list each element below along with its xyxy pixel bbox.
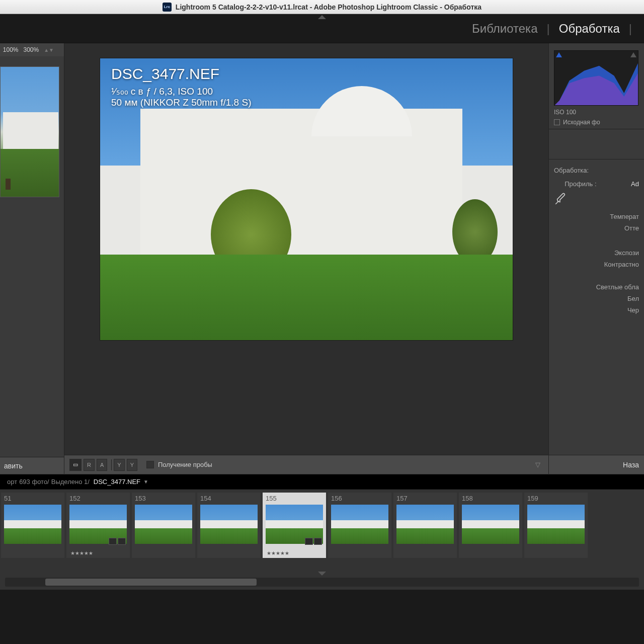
thumb-number: 158: [462, 495, 473, 502]
zoom-bar: 100% 300% ▲▼: [0, 43, 64, 56]
zoom-300[interactable]: 300%: [24, 46, 39, 53]
module-develop[interactable]: Обработка: [559, 22, 620, 36]
before-after-y1-button[interactable]: Y: [114, 459, 124, 471]
white-balance-eyedropper[interactable]: [554, 193, 639, 208]
thumb-154[interactable]: 154: [197, 493, 261, 558]
thumb-156[interactable]: 156: [328, 493, 391, 558]
histogram-iso-label: ISO 100: [554, 109, 639, 116]
overlay-exposure: ¹⁄₅₀₀ с в ƒ / 6,3, ISO 100: [111, 86, 251, 97]
left-bottom-button[interactable]: авить: [0, 457, 64, 474]
overlay-filename: DSC_3477.NEF: [111, 65, 251, 83]
module-library[interactable]: Библиотека: [472, 22, 538, 36]
thumb-number: 157: [396, 495, 408, 502]
collapse-top-icon[interactable]: [318, 15, 326, 19]
thumb-159[interactable]: 159: [524, 493, 588, 558]
fs-dropdown-icon[interactable]: ▼: [143, 479, 148, 485]
contrast-label: Контрастно: [554, 261, 639, 268]
left-panel: 100% 300% ▲▼ авить: [0, 43, 64, 474]
thumb-number: 153: [135, 495, 146, 502]
before-after-r-button[interactable]: R: [84, 459, 95, 471]
toolbar-divider: [111, 459, 112, 470]
thumb-51[interactable]: 51: [1, 493, 64, 558]
thumb-number: 152: [69, 495, 80, 502]
filmstrip-scrollbar[interactable]: [5, 578, 639, 587]
overlay-lens: 50 мм (NIKKOR Z 50mm f/1.8 S): [111, 97, 251, 108]
thumb-number: 51: [4, 495, 11, 502]
whites-label: Бел: [554, 295, 639, 302]
crop-badge-icon: [305, 538, 313, 545]
photo-info-overlay: DSC_3477.NEF ¹⁄₅₀₀ с в ƒ / 6,3, ISO 100 …: [111, 65, 251, 108]
module-picker: Библиотека | Обработка |: [0, 14, 644, 43]
thumb-153[interactable]: 153: [132, 493, 195, 558]
filmstrip-info-bar: орт 693 фото/ Выделено 1/ DSC_3477.NEF ▼: [0, 474, 644, 489]
module-separator: |: [629, 22, 632, 36]
histogram-panel: ISO 100 Исходная фо: [549, 43, 644, 129]
thumb-157[interactable]: 157: [393, 493, 457, 558]
navigator-thumbnail[interactable]: [0, 66, 64, 197]
thumb-152[interactable]: 152: [66, 493, 130, 558]
basic-panel: Обработка: Профиль : Ad Температ Отте Эк…: [549, 159, 644, 325]
original-photo-checkbox[interactable]: [554, 119, 560, 125]
fs-count: 693 фото/: [19, 478, 49, 486]
before-after-y2-button[interactable]: Y: [127, 459, 137, 471]
thumb-number: 156: [331, 495, 342, 502]
zoom-stepper-icon[interactable]: ▲▼: [44, 47, 54, 53]
collapse-bottom-icon[interactable]: [318, 572, 326, 576]
highlights-label: Светлые обла: [554, 283, 639, 291]
center-canvas-area: DSC_3477.NEF ¹⁄₅₀₀ с в ƒ / 6,3, ISO 100 …: [64, 43, 548, 474]
develop-heading: Обработка:: [554, 167, 639, 174]
loupe-view-button[interactable]: ▭: [69, 459, 82, 471]
thumb-155[interactable]: 155: [263, 493, 326, 558]
original-photo-label: Исходная фо: [563, 119, 600, 126]
fs-prefix: орт: [7, 478, 17, 486]
window-title: Lightroom 5 Catalog-2-2-2-v10-v11.lrcat …: [176, 3, 481, 11]
photo-canvas[interactable]: DSC_3477.NEF ¹⁄₅₀₀ с в ƒ / 6,3, ISO 100 …: [64, 43, 548, 455]
profile-value[interactable]: Ad: [597, 180, 639, 188]
right-bottom-button[interactable]: Наза: [549, 455, 644, 474]
crop-badge-icon: [109, 538, 117, 545]
fs-filename: DSC_3477.NEF: [94, 478, 140, 486]
scrollbar-handle[interactable]: [45, 579, 257, 586]
thumb-158[interactable]: 158: [459, 493, 522, 558]
before-after-a-button[interactable]: A: [97, 459, 107, 471]
tool-strip: [549, 129, 644, 159]
toolbar-expand-icon[interactable]: ▽: [532, 461, 543, 468]
temperature-label: Температ: [554, 213, 639, 220]
edit-badge-icon: [118, 538, 126, 545]
main-area: 100% 300% ▲▼ авить DSC_3477.: [0, 43, 644, 474]
window-titlebar: Lrc Lightroom 5 Catalog-2-2-2-v10-v11.lr…: [0, 0, 644, 14]
exposure-label: Экспози: [554, 249, 639, 257]
soft-proof-checkbox[interactable]: [146, 461, 154, 468]
fs-selected: Выделено 1/: [51, 478, 90, 486]
app-icon: Lrc: [163, 3, 172, 12]
module-separator: |: [546, 22, 549, 36]
filmstrip: 51 152 153 154 155 156 157 158 159: [0, 489, 644, 590]
tint-label: Отте: [554, 224, 639, 232]
center-toolbar: ▭ R A Y Y Получение пробы ▽: [64, 455, 548, 474]
histogram[interactable]: [554, 50, 638, 106]
right-panel: ISO 100 Исходная фо Обработка: Профиль :…: [548, 43, 644, 474]
zoom-100[interactable]: 100%: [3, 46, 19, 53]
thumb-number: 159: [527, 495, 538, 502]
blacks-label: Чер: [554, 306, 639, 314]
edit-badge-icon: [314, 538, 322, 545]
profile-row[interactable]: Профиль : Ad: [554, 180, 639, 188]
thumb-number: 154: [200, 495, 211, 502]
thumb-number: 155: [266, 495, 277, 502]
soft-proof-label: Получение пробы: [158, 461, 212, 468]
main-photo[interactable]: DSC_3477.NEF ¹⁄₅₀₀ с в ƒ / 6,3, ISO 100 …: [100, 58, 513, 340]
profile-label: Профиль :: [554, 180, 597, 188]
